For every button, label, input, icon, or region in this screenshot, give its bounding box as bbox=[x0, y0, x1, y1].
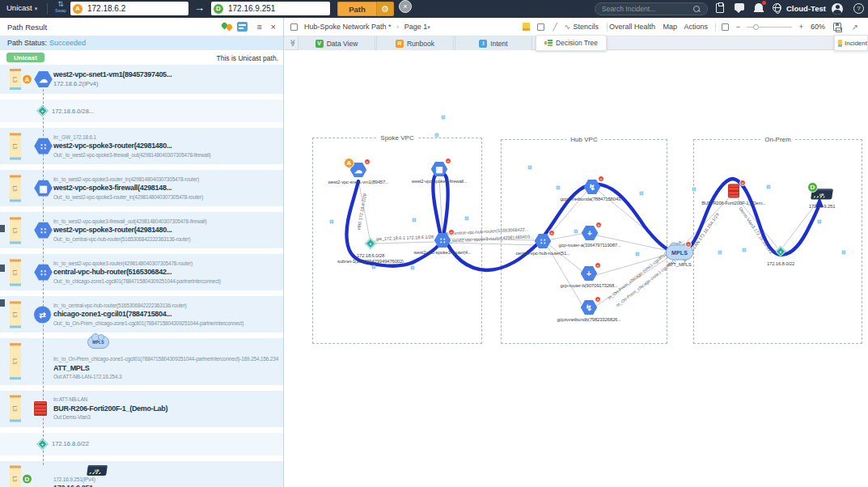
group-label: Spoke VPC bbox=[376, 134, 417, 142]
layer-tag: L3 bbox=[10, 259, 21, 286]
fortinet-firewall-icon bbox=[34, 401, 47, 416]
unsaved-indicator: * bbox=[388, 23, 392, 31]
alert-badge-icon: + bbox=[598, 176, 604, 182]
subnet-diamond-icon bbox=[367, 240, 375, 248]
incident-search-input[interactable]: Search Incident... bbox=[595, 2, 708, 15]
hop-in-interface: In:_GW_172.18.6.1 bbox=[53, 133, 280, 142]
path-button[interactable]: Path bbox=[337, 2, 376, 16]
expand-map-icon[interactable] bbox=[290, 23, 298, 31]
collapsed-panel-mark[interactable] bbox=[0, 299, 5, 307]
hop-device-name: ATT_MPLS bbox=[53, 363, 280, 373]
map-menu-button[interactable]: Map bbox=[663, 23, 677, 31]
map-toolbar: Hub-Spoke Network Path * › Page 1▾ ╱ ∿ S… bbox=[284, 18, 868, 36]
zoom-slider-knob[interactable] bbox=[753, 24, 759, 30]
page-selector[interactable]: Page 1 bbox=[404, 23, 428, 31]
switch-device-icon: IP bbox=[87, 465, 108, 476]
chat-icon[interactable] bbox=[735, 3, 744, 11]
zoom-in-button[interactable]: + bbox=[799, 23, 803, 31]
layer-tag: L3 bbox=[10, 217, 21, 244]
overall-health-button[interactable]: Overall Health bbox=[609, 23, 655, 31]
layer-tag: L3 bbox=[10, 301, 21, 328]
alert-badge-icon: + bbox=[548, 230, 555, 236]
destination-ip-input[interactable]: D 172.16.9.251 bbox=[211, 2, 330, 15]
shape-tool-icon[interactable] bbox=[537, 23, 544, 31]
direction-arrow-icon: → bbox=[194, 2, 205, 14]
hop-out-interface: Out:_to_On-Prem_chicago-zone1-cgcil01(78… bbox=[53, 320, 280, 328]
source-badge: A bbox=[73, 4, 83, 14]
curve-tool-icon[interactable]: ∿ bbox=[564, 23, 570, 31]
menu-icon[interactable]: ≡ bbox=[257, 22, 262, 32]
incident-button[interactable]: Incident bbox=[834, 35, 868, 51]
notifications-bell-icon[interactable] bbox=[755, 3, 763, 11]
divider bbox=[47, 3, 48, 15]
hop-in-interface: In:_to_west2-vpc-spoke3-router_in(429814… bbox=[53, 176, 280, 184]
hop-device-name: BUR-R206-Forti200F-1_(Demo-Lab) bbox=[53, 404, 280, 413]
cast-type-row: Unicast This is Unicast path. bbox=[0, 50, 283, 65]
source-ip-value: 172.18.6.2 bbox=[87, 4, 125, 13]
group-box-on-prem: On-Prem bbox=[693, 139, 862, 344]
group-label: On-Prem bbox=[760, 136, 794, 143]
hop-in-interface: In:ATT-NB-LAN bbox=[53, 396, 280, 404]
cloud-router-icon: + bbox=[581, 266, 598, 282]
stencils-button[interactable]: Stencils bbox=[573, 23, 599, 31]
breadcrumb-chevron-icon: › bbox=[396, 23, 399, 31]
save-icon[interactable] bbox=[833, 23, 841, 31]
map-node-label: gcp-router-b(90709173268... bbox=[540, 283, 637, 288]
hop-out-interface: Out:_to_west2-vpc-spoke3-firewall_out(42… bbox=[53, 151, 280, 159]
interconnect-icon: ⇄ bbox=[34, 306, 51, 323]
route-pins-icon[interactable] bbox=[222, 22, 233, 32]
map-node-label: 172.18.6.0/28 bbox=[322, 253, 419, 258]
account-domain-label[interactable]: Cloud-Test bbox=[786, 4, 826, 13]
line-tool-icon[interactable]: ╱ bbox=[553, 23, 557, 31]
help-icon[interactable]: ? bbox=[853, 3, 864, 14]
path-mode-dropdown[interactable]: Unicast▾ bbox=[6, 3, 37, 12]
zoom-out-button[interactable]: − bbox=[736, 23, 740, 31]
path-settings-gear-icon[interactable]: ⚙ bbox=[376, 2, 394, 16]
tab-data-view[interactable]: V Data View bbox=[298, 36, 375, 50]
mpls-cloud-icon: MPLS bbox=[87, 336, 109, 349]
source-badge: A bbox=[344, 158, 354, 168]
tab-decision-tree[interactable]: Decision Tree bbox=[536, 35, 607, 51]
note-tool-icon[interactable] bbox=[523, 23, 530, 31]
hop-out-interface: Out:_to_central-vpc-hub-router(516530684… bbox=[53, 235, 280, 244]
avatar[interactable] bbox=[832, 3, 843, 15]
vpn-gateway-icon: ↯ bbox=[581, 300, 598, 315]
source-badge: A bbox=[22, 74, 32, 85]
alert-badge-icon: + bbox=[595, 222, 602, 228]
tab-runbook[interactable]: R Runbook bbox=[376, 36, 454, 50]
fit-to-screen-icon[interactable] bbox=[722, 23, 729, 31]
status-label: Path Status: bbox=[7, 39, 47, 47]
tab-intent[interactable]: I Intent bbox=[455, 36, 532, 50]
hop-device-name: central-vpc-hub-router(5165306842... bbox=[53, 267, 280, 277]
hop-in-interface: In:_to_On-Prem_chicago-zone1-cgcil01(788… bbox=[53, 355, 280, 363]
runbook-icon: R bbox=[396, 40, 404, 48]
layer-tag: L3 bbox=[10, 343, 21, 380]
firewall-icon: ▦ bbox=[34, 180, 53, 197]
hop-out-interface: Out:ATT-NB-LAN-172.16.254.3 bbox=[53, 373, 280, 381]
alert-badge-icon: + bbox=[364, 159, 370, 165]
source-ip-input[interactable]: A 172.18.6.2 bbox=[70, 2, 188, 15]
export-icon[interactable]: ↗ bbox=[852, 23, 858, 32]
group-box-spoke-vpc: Spoke VPC bbox=[312, 138, 482, 344]
destination-badge: D bbox=[807, 182, 818, 193]
globe-icon[interactable] bbox=[773, 3, 781, 12]
selection-handle[interactable] bbox=[435, 133, 438, 137]
hop-out-interface: Out:_to_chicago-zone1-cgcil01(7884715804… bbox=[53, 277, 280, 286]
swap-button[interactable]: ⇅Swap bbox=[53, 1, 69, 14]
collapse-tabs-icon[interactable]: ≫ bbox=[289, 39, 297, 46]
map-view-icon[interactable] bbox=[237, 22, 248, 32]
tasks-icon[interactable] bbox=[716, 3, 724, 13]
collapsed-panel-mark[interactable] bbox=[0, 225, 5, 232]
zoom-level[interactable]: 60% bbox=[811, 23, 825, 31]
alert-badge-icon: + bbox=[685, 241, 692, 248]
selection-handle[interactable] bbox=[442, 116, 445, 119]
cloud-router-icon: + bbox=[582, 226, 599, 241]
collapsed-panel-mark[interactable] bbox=[0, 265, 5, 272]
panel-title: Path Result bbox=[7, 23, 47, 32]
close-path-bar-button[interactable]: × bbox=[399, 0, 412, 13]
close-icon[interactable]: × bbox=[271, 22, 276, 32]
actions-menu-button[interactable]: Actions bbox=[684, 23, 708, 31]
unicast-note: This is Unicast path. bbox=[216, 54, 278, 62]
zoom-slider[interactable] bbox=[747, 27, 792, 28]
router-icon: ∷ bbox=[34, 222, 53, 239]
